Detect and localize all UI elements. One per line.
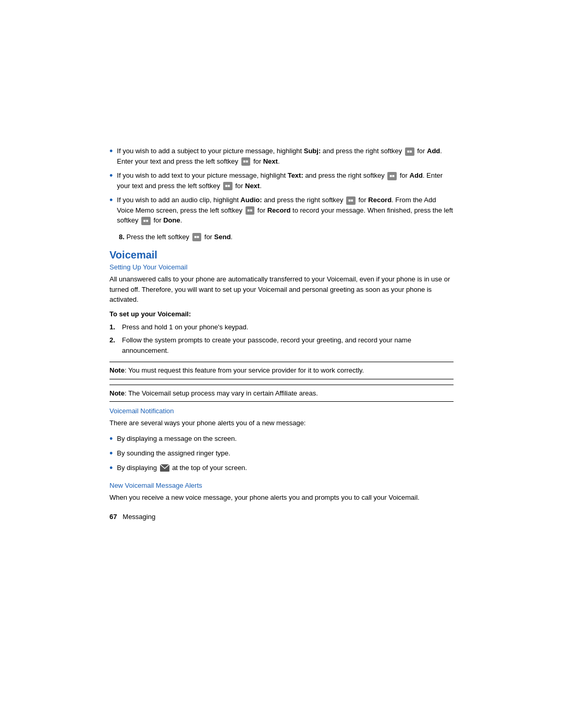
bullet-dot: • <box>109 432 113 446</box>
setup-intro-text: All unanswered calls to your phone are a… <box>109 274 454 305</box>
bullet-dot: • <box>109 144 113 158</box>
softkey-icon: ■■ <box>241 157 251 166</box>
list-item: • By displaying at the top of your scree… <box>109 463 454 475</box>
bullet-dot: • <box>109 461 113 475</box>
notification-intro-text: There are several ways your phone alerts… <box>109 418 454 428</box>
softkey-icon: ■■ <box>387 172 397 180</box>
setup-steps-list: 1. Press and hold 1 on your phone's keyp… <box>109 322 454 356</box>
notification-section: Voicemail Notification There are several… <box>109 407 454 475</box>
footer-section: Messaging <box>123 513 155 521</box>
list-item: • If you wish to add a subject to your p… <box>109 146 454 166</box>
notif-bullet-3: By displaying at the top of your screen. <box>117 463 247 473</box>
voicemail-section: Voicemail Setting Up Your Voicemail All … <box>109 249 454 355</box>
note-label-1: Note <box>109 366 125 374</box>
note-text-2: : The Voicemail setup process may vary i… <box>125 389 318 397</box>
step-number-2: 2. <box>109 335 119 346</box>
softkey-icon: ■■ <box>141 217 151 225</box>
top-bullet-list: • If you wish to add a subject to your p… <box>109 146 454 226</box>
step-number-1: 1. <box>109 322 119 332</box>
step-8: 8. Press the left softkey ■■ for Send. <box>119 232 454 242</box>
note-box-1: Note: You must request this feature from… <box>109 362 454 379</box>
bullet-dot: • <box>109 169 113 183</box>
new-alerts-text: When you receive a new voice message, yo… <box>109 492 454 503</box>
page-footer: 67 Messaging <box>109 513 454 521</box>
softkey-icon: ■■ <box>346 196 356 205</box>
bullet-text: If you wish to add text to your picture … <box>117 170 454 191</box>
step-text-2: Follow the system prompts to create your… <box>122 335 454 355</box>
list-item: 1. Press and hold 1 on your phone's keyp… <box>109 322 454 332</box>
softkey-icon: ■■ <box>223 182 232 190</box>
softkey-icon: ■■ <box>246 206 255 215</box>
new-alerts-section: New Voicemail Message Alerts When you re… <box>109 482 454 503</box>
notification-bullet-list: • By displaying a message on the screen.… <box>109 434 454 475</box>
page-number: 67 <box>109 513 117 521</box>
list-item: • By displaying a message on the screen. <box>109 434 454 446</box>
softkey-icon: ■■ <box>405 147 414 156</box>
notif-bullet-2: By sounding the assigned ringer type. <box>117 448 230 459</box>
list-item: • If you wish to add text to your pictur… <box>109 170 454 191</box>
new-alerts-heading: New Voicemail Message Alerts <box>109 482 454 489</box>
list-item: • By sounding the assigned ringer type. <box>109 448 454 461</box>
softkey-icon: ■■ <box>192 233 202 241</box>
bullet-dot: • <box>109 447 113 461</box>
notif-bullet-1: By displaying a message on the screen. <box>117 434 237 444</box>
setup-heading: Setting Up Your Voicemail <box>109 263 454 271</box>
setup-bold-label: To set up your Voicemail: <box>109 310 454 318</box>
mail-icon <box>160 464 169 472</box>
bullet-dot: • <box>109 193 113 207</box>
voicemail-heading: Voicemail <box>109 249 454 261</box>
list-item: • If you wish to add an audio clip, high… <box>109 195 454 226</box>
bullet-text: If you wish to add a subject to your pic… <box>117 146 454 166</box>
step-number: 8. <box>119 233 125 241</box>
note-text-1: : You must request this feature from you… <box>125 366 364 374</box>
bullet-text: If you wish to add an audio clip, highli… <box>117 195 454 226</box>
note-box-2: Note: The Voicemail setup process may va… <box>109 385 454 402</box>
notification-heading: Voicemail Notification <box>109 407 454 415</box>
step-text-1: Press and hold 1 on your phone's keypad. <box>122 322 248 332</box>
page: • If you wish to add a subject to your p… <box>0 0 563 728</box>
content-area: • If you wish to add a subject to your p… <box>0 0 563 573</box>
note-label-2: Note <box>109 389 125 397</box>
list-item: 2. Follow the system prompts to create y… <box>109 335 454 355</box>
